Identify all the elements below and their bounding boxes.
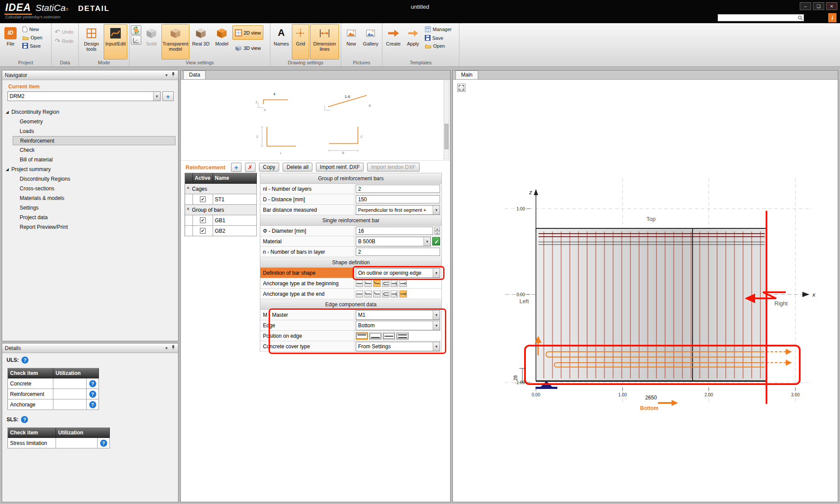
anchorage-plate-icon[interactable] xyxy=(391,280,398,287)
position-both-icon[interactable] xyxy=(396,332,409,340)
solid-button[interactable]: Solid xyxy=(142,24,161,60)
position-top-icon[interactable] xyxy=(356,332,368,340)
bar-distance-dropdown[interactable]: Perpendicular to first segment +▾ xyxy=(356,205,440,215)
concrete-cover-dropdown[interactable]: From Settings▾ xyxy=(356,342,440,351)
help-icon[interactable]: ? xyxy=(21,357,28,364)
help-icon[interactable]: ? xyxy=(21,416,28,423)
position-bottom-icon[interactable] xyxy=(369,332,382,340)
anchorage-continuous-icon[interactable] xyxy=(399,280,407,287)
tree-item-settings[interactable]: Settings xyxy=(2,203,178,213)
import-reinf-dxf-button[interactable]: Import reinf. DXF xyxy=(316,163,364,172)
pin-icon[interactable] xyxy=(171,72,175,78)
distance-input[interactable] xyxy=(356,195,440,203)
maximize-button[interactable]: ❏ xyxy=(813,2,824,10)
edge-dropdown[interactable]: Bottom▾ xyxy=(356,321,440,330)
model-button[interactable]: Model xyxy=(212,24,231,60)
nl-input[interactable] xyxy=(356,185,440,193)
axes-view-button[interactable] xyxy=(131,35,141,45)
tree-item-reinforcement[interactable]: Reinforcement xyxy=(13,136,175,145)
spin-up-icon[interactable]: ▴ xyxy=(434,227,440,231)
pin-icon[interactable] xyxy=(171,345,175,351)
tree-item-report-preview-print[interactable]: Report Preview/Print xyxy=(2,222,178,232)
bars-in-layer-input[interactable] xyxy=(356,248,440,256)
import-tendon-dxf-button[interactable]: Import tendon DXF xyxy=(367,163,419,172)
template-create-button[interactable]: Create xyxy=(384,24,403,60)
scrollbar-thumb[interactable] xyxy=(444,124,448,149)
checkbox-gb2[interactable]: ✔ xyxy=(200,228,206,234)
tree-item-bill-of-material[interactable]: Bill of material xyxy=(2,155,178,164)
refresh-view-button[interactable] xyxy=(131,25,141,35)
view-3d-button[interactable]: 3D view xyxy=(232,41,263,55)
current-item-dropdown[interactable]: DRM2 ▾ xyxy=(7,91,161,101)
anchorage-straight-icon[interactable] xyxy=(356,290,363,298)
beam[interactable] xyxy=(536,228,766,381)
tree-item-geometry[interactable]: Geometry xyxy=(2,117,178,126)
expander-icon[interactable]: ◢ xyxy=(6,110,9,114)
search-input[interactable] xyxy=(718,14,797,21)
tree-item-check[interactable]: Check xyxy=(2,145,178,155)
anchorage-continuous-icon[interactable] xyxy=(399,290,407,298)
info-button[interactable]: i xyxy=(828,13,836,22)
tab-main[interactable]: Main xyxy=(455,70,478,79)
save-project-button[interactable]: Save xyxy=(21,42,44,49)
delete-all-button[interactable]: Delete all xyxy=(283,163,312,172)
template-apply-button[interactable]: Apply xyxy=(404,24,422,60)
names-button[interactable]: A Names xyxy=(272,24,291,60)
preview-scrollbar[interactable] xyxy=(444,80,449,159)
edit-material-button[interactable] xyxy=(432,237,440,245)
help-icon[interactable]: ? xyxy=(100,440,107,447)
position-middle-icon[interactable] xyxy=(383,332,395,340)
anchorage-loop-icon[interactable] xyxy=(382,280,389,287)
group-row-bars[interactable]: ^Group of bars xyxy=(185,205,257,215)
design-tools-button[interactable]: Design tools xyxy=(80,24,103,60)
expander-icon[interactable]: ◢ xyxy=(6,167,9,172)
diameter-stepper[interactable]: ▴▾ xyxy=(434,227,440,235)
transparent-model-button[interactable]: Transparent model xyxy=(161,24,189,60)
group-row-cages[interactable]: ^Cages xyxy=(185,184,257,194)
grid-button[interactable]: Grid xyxy=(292,24,309,60)
tree-item-cross-sections[interactable]: Cross-sections xyxy=(2,184,178,193)
help-icon[interactable]: ? xyxy=(89,380,96,387)
collapse-icon[interactable]: ▾ xyxy=(165,73,168,77)
collapse-icon[interactable]: ▾ xyxy=(165,346,168,350)
tree-node-discontinuity-region[interactable]: ◢Discontinuity Region xyxy=(2,107,178,117)
anchorage-hook-icon[interactable] xyxy=(373,280,381,287)
diameter-input[interactable] xyxy=(356,227,433,235)
anchorage-bend-icon[interactable] xyxy=(364,290,372,298)
material-dropdown[interactable]: B 500B▾ xyxy=(356,237,431,246)
minimize-button[interactable]: – xyxy=(800,2,811,10)
template-open-button[interactable]: Open xyxy=(423,42,453,49)
shape-definition-dropdown[interactable]: On outline or opening edge▾ xyxy=(356,268,440,278)
picture-new-button[interactable]: New xyxy=(343,24,360,60)
open-project-button[interactable]: Open xyxy=(21,34,44,41)
anchorage-bend-icon[interactable] xyxy=(364,280,372,287)
master-dropdown[interactable]: M1▾ xyxy=(356,310,440,320)
collapse-caret-icon[interactable]: ^ xyxy=(187,186,189,191)
tree-item-materials-models[interactable]: Materials & models xyxy=(2,193,178,203)
row-name-st1[interactable]: ST1 xyxy=(213,194,257,205)
tree-item-loads[interactable]: Loads xyxy=(2,126,178,136)
row-name-gb1[interactable]: GB1 xyxy=(213,215,257,226)
zoom-extents-button[interactable] xyxy=(457,84,466,92)
file-button[interactable]: ID File xyxy=(1,24,20,60)
view-2d-button[interactable]: 2D view xyxy=(232,25,263,40)
anchorage-straight-icon[interactable] xyxy=(356,280,363,287)
help-icon[interactable]: ? xyxy=(89,401,96,408)
undo-button[interactable]: ↶ Undo xyxy=(53,28,75,36)
checkbox-st1[interactable]: ✔ xyxy=(200,196,206,202)
help-icon[interactable]: ? xyxy=(89,391,96,398)
redo-button[interactable]: ↷ Redo xyxy=(53,37,75,45)
anchorage-plate-icon[interactable] xyxy=(391,290,398,298)
real-3d-button[interactable]: Real 3D xyxy=(190,24,211,60)
tree-item-discontinuity-regions[interactable]: Discontinuity Regions xyxy=(2,174,178,184)
delete-reinforcement-button[interactable]: ✗ xyxy=(245,163,256,172)
row-name-gb2[interactable]: GB2 xyxy=(213,226,257,236)
input-edit-button[interactable]: Input/Edit xyxy=(104,24,127,60)
search-icon[interactable] xyxy=(797,15,804,21)
tree-node-project-summary[interactable]: ◢Project summary xyxy=(2,164,178,174)
anchorage-hook-icon[interactable] xyxy=(373,290,381,298)
template-manager-button[interactable]: Manager xyxy=(423,25,453,33)
new-project-button[interactable]: New xyxy=(21,25,44,33)
anchorage-loop-icon[interactable] xyxy=(382,290,389,298)
add-reinforcement-button[interactable]: + xyxy=(231,163,242,172)
